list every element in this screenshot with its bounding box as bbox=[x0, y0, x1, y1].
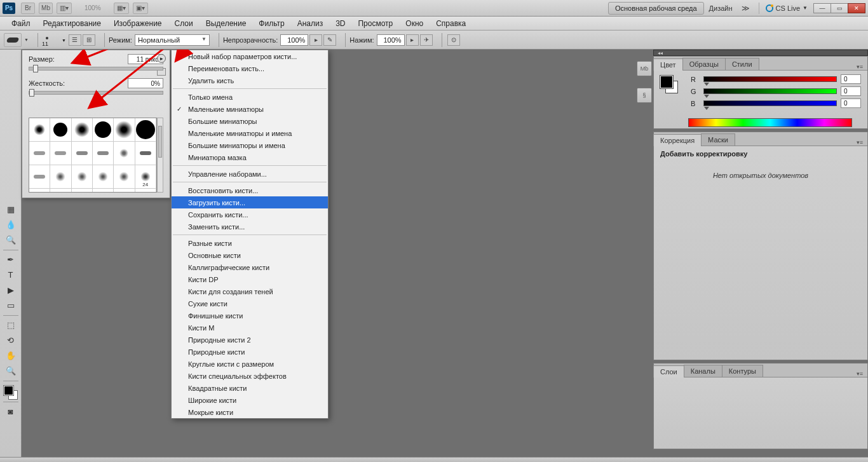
b-slider[interactable] bbox=[703, 100, 837, 106]
menu-item[interactable]: Основные кисти bbox=[172, 249, 328, 261]
b-field[interactable]: 0 bbox=[841, 99, 861, 108]
tab-color[interactable]: Цвет bbox=[653, 58, 683, 71]
history-panel-icon[interactable]: § bbox=[637, 88, 652, 103]
tab-adjustments[interactable]: Коррекция bbox=[653, 134, 702, 146]
menu-item[interactable]: Природные кисти 2 bbox=[172, 334, 328, 346]
menu-item[interactable]: Восстановить кисти... bbox=[172, 184, 328, 196]
brush-hardness-field[interactable]: 0% bbox=[128, 78, 163, 88]
spectrum-bar[interactable] bbox=[688, 118, 852, 127]
opacity-pressure-toggle[interactable]: ✎ bbox=[323, 34, 336, 46]
blur-tool[interactable]: 💧 bbox=[3, 217, 19, 231]
r-field[interactable]: 0 bbox=[841, 74, 861, 84]
menu-item[interactable]: Квадратные кисти bbox=[172, 382, 328, 394]
menu-item[interactable]: Переименовать кисть... bbox=[172, 62, 328, 74]
menu-item[interactable]: Кисти M bbox=[172, 322, 328, 334]
tab-channels[interactable]: Каналы bbox=[684, 365, 722, 377]
menu-фильтр[interactable]: Фильтр bbox=[252, 17, 290, 30]
menu-item[interactable]: Сухие кисти bbox=[172, 297, 328, 309]
bridge-button[interactable]: Br bbox=[21, 3, 35, 14]
menu-item[interactable]: Каллиграфические кисти bbox=[172, 261, 328, 273]
menu-файл[interactable]: Файл bbox=[5, 17, 37, 30]
adjustments-panel-menu[interactable]: ▾≡ bbox=[855, 139, 865, 146]
menu-item[interactable]: Маленькие миниатюры и имена bbox=[172, 127, 328, 139]
view-extras-dropdown[interactable]: ▥▾ bbox=[57, 3, 72, 14]
menu-item[interactable]: Сохранить кисти... bbox=[172, 208, 328, 221]
r-slider[interactable] bbox=[703, 76, 837, 82]
tab-layers[interactable]: Слои bbox=[653, 365, 684, 377]
tool-preset-dropdown[interactable] bbox=[4, 33, 22, 47]
opacity-dropdown[interactable]: ▸ bbox=[309, 34, 322, 46]
dodge-tool[interactable]: 🔍 bbox=[3, 233, 19, 247]
g-field[interactable]: 0 bbox=[841, 86, 861, 96]
g-slider[interactable] bbox=[703, 88, 837, 94]
3d-camera-tool[interactable]: ⟲ bbox=[3, 333, 19, 347]
blend-mode-dropdown[interactable]: Нормальный bbox=[135, 34, 210, 46]
gradient-tool[interactable]: ▦ bbox=[3, 202, 19, 216]
tab-masks[interactable]: Маски bbox=[701, 133, 735, 146]
minibridge-button[interactable]: Mb bbox=[39, 3, 53, 14]
brush-picker-button[interactable]: 11 ▼ bbox=[42, 33, 67, 47]
brush-size-slider[interactable] bbox=[29, 67, 163, 71]
menu-анализ[interactable]: Анализ bbox=[291, 17, 330, 30]
menu-item[interactable]: Кисти специальных эффектов bbox=[172, 370, 328, 382]
menu-item[interactable]: Загрузить кисти... bbox=[172, 196, 328, 208]
workspace-essentials[interactable]: Основная рабочая среда bbox=[608, 2, 704, 15]
tab-styles[interactable]: Стили bbox=[725, 58, 759, 70]
menu-редактирование[interactable]: Редактирование bbox=[37, 17, 107, 30]
menu-item[interactable]: Кисти DP bbox=[172, 273, 328, 285]
hand-tool[interactable]: ✋ bbox=[3, 348, 19, 362]
minibridge-panel-icon[interactable]: Mb bbox=[637, 61, 652, 76]
menu-окно[interactable]: Окно bbox=[399, 17, 430, 30]
menu-item[interactable]: Круглые кисти с размером bbox=[172, 358, 328, 370]
flow-dropdown[interactable]: ▸ bbox=[406, 34, 419, 46]
menu-item[interactable]: Управление наборами... bbox=[172, 168, 328, 180]
menu-item[interactable]: Разные кисти bbox=[172, 237, 328, 249]
zoom-tool[interactable]: 🔍 bbox=[3, 363, 19, 377]
zoom-level[interactable]: 100% bbox=[82, 3, 104, 14]
color-panel-swatches[interactable] bbox=[660, 76, 678, 93]
menu-item[interactable]: Только имена bbox=[172, 91, 328, 103]
menu-изображение[interactable]: Изображение bbox=[107, 17, 168, 30]
pen-tool[interactable]: ✒ bbox=[3, 252, 19, 266]
arrange-dropdown[interactable]: ▦▾ bbox=[114, 3, 129, 14]
menu-item[interactable]: Мокрые кисти bbox=[172, 406, 328, 418]
tab-swatches[interactable]: Образцы bbox=[682, 58, 726, 70]
brush-presets-grid[interactable]: 24 27 39 46 59 11 17 bbox=[29, 118, 157, 193]
shape-tool[interactable]: ▭ bbox=[3, 298, 19, 312]
menu-item[interactable]: Большие миниатюры и имена bbox=[172, 139, 328, 151]
opacity-field[interactable]: 100% bbox=[280, 34, 308, 46]
brush-presets-toggle[interactable]: ⊞ bbox=[83, 34, 95, 46]
menu-item[interactable]: Природные кисти bbox=[172, 346, 328, 358]
menu-item[interactable]: Финишные кисти bbox=[172, 309, 328, 322]
screenmode-dropdown[interactable]: ▣▾ bbox=[133, 3, 148, 14]
workspace-design[interactable]: Дизайн bbox=[709, 4, 733, 12]
tablet-pressure-toggle[interactable]: ⊙ bbox=[447, 34, 460, 46]
maximize-button[interactable]: ▭ bbox=[831, 3, 848, 13]
menu-item[interactable]: Широкие кисти bbox=[172, 394, 328, 406]
color-swatches[interactable] bbox=[4, 386, 18, 400]
menu-выделение[interactable]: Выделение bbox=[200, 17, 253, 30]
menu-item[interactable]: Кисти для создания теней bbox=[172, 285, 328, 297]
close-button[interactable]: ✕ bbox=[848, 3, 865, 13]
menu-item[interactable]: Маленькие миниатюры bbox=[172, 103, 328, 115]
brush-hardness-slider[interactable] bbox=[29, 91, 163, 95]
cs-live-dropdown[interactable]: CS Live▼ bbox=[766, 4, 808, 12]
menu-item[interactable]: Заменить кисти... bbox=[172, 221, 328, 233]
airbrush-toggle[interactable]: ✈ bbox=[420, 34, 433, 46]
menu-3d[interactable]: 3D bbox=[329, 17, 351, 30]
type-tool[interactable]: T bbox=[3, 268, 19, 282]
layers-panel-menu[interactable]: ▾≡ bbox=[855, 370, 865, 377]
flow-field[interactable]: 100% bbox=[377, 34, 405, 46]
3d-tool[interactable]: ⬚ bbox=[3, 318, 19, 332]
minimize-button[interactable]: — bbox=[813, 3, 831, 13]
brush-panel-toggle[interactable]: ☰ bbox=[69, 34, 81, 46]
tab-paths[interactable]: Контуры bbox=[722, 365, 763, 377]
menu-item[interactable]: Удалить кисть bbox=[172, 74, 328, 86]
menu-справка[interactable]: Справка bbox=[430, 17, 472, 30]
color-panel-menu[interactable]: ▾≡ bbox=[855, 64, 865, 70]
brush-flyout-button[interactable]: ▸ bbox=[157, 54, 166, 63]
menu-item[interactable]: Новый набор параметров кисти... bbox=[172, 50, 328, 62]
path-select-tool[interactable]: ▶ bbox=[3, 283, 19, 297]
panel-collapse-strip[interactable]: ◂◂ bbox=[653, 50, 868, 56]
brush-grid-scrollbar[interactable] bbox=[157, 118, 163, 193]
